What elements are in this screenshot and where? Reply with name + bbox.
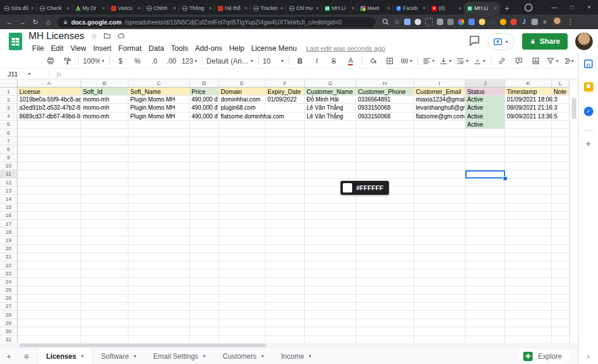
row-header-14[interactable]: 14 [0,195,18,203]
cell-J3[interactable]: Active [465,104,505,112]
cell-G16[interactable] [305,212,356,220]
row-header-4[interactable]: 4 [0,113,18,121]
row-header-15[interactable]: 15 [0,204,18,212]
increase-decimals-button[interactable]: .00 [163,55,180,68]
browser-tab[interactable]: Vietco× [108,2,144,15]
cell-H9[interactable] [356,154,414,162]
cell-A21[interactable] [18,253,81,261]
cell-L10[interactable] [552,162,569,170]
insert-chart-icon[interactable] [527,55,544,68]
cell-I6[interactable] [414,129,465,137]
cell-D13[interactable] [190,187,219,195]
cell-I16[interactable] [414,212,465,220]
cell-D30[interactable] [190,327,219,335]
cell-A14[interactable] [18,195,81,203]
cell-E14[interactable] [219,195,266,203]
cell-L14[interactable] [552,195,569,203]
cell-D15[interactable] [190,204,219,212]
cell-L27[interactable] [552,303,569,311]
cell-D7[interactable] [190,137,219,145]
cell-F13[interactable] [266,187,305,195]
cell-G25[interactable] [305,286,356,295]
cell-I30[interactable] [414,327,465,335]
extension-icon[interactable] [425,18,433,26]
home-icon[interactable]: ⌂ [42,18,54,26]
borders-icon[interactable] [381,55,398,68]
sheets-logo-icon[interactable] [9,33,22,50]
cell-I18[interactable] [414,228,465,236]
cell-A27[interactable] [18,303,81,311]
redo-icon[interactable] [25,55,42,68]
create-filter-icon[interactable]: ▼ [544,55,561,68]
dropdown-arrow-icon[interactable]: ▼ [465,59,470,63]
cell-D23[interactable] [190,270,219,278]
column-header-K[interactable]: K [505,79,552,88]
column-header-J[interactable]: J [465,79,505,88]
row-header-16[interactable]: 16 [0,212,18,220]
calendar-icon[interactable]: 31 [584,60,593,68]
row-header-20[interactable]: 20 [0,245,18,253]
cell-K2[interactable]: 01/09/2021 18:06:3 [505,96,552,104]
cell-G11[interactable] [305,170,356,178]
cell-L11[interactable] [552,170,569,178]
star-document-icon[interactable]: ☆ [91,32,97,40]
cell-G27[interactable] [305,303,356,311]
sheet-tab-licenses[interactable]: Licenses▼ [37,348,93,364]
cell-B18[interactable] [81,228,128,236]
tab-close-icon[interactable]: × [102,5,105,11]
cell-G1[interactable]: Customer_Name [305,88,356,96]
fill-handle[interactable] [503,176,507,181]
extension-icon[interactable] [415,19,421,25]
cell-L19[interactable] [552,236,569,244]
cell-F31[interactable] [266,336,305,343]
tab-close-icon[interactable]: × [209,5,212,11]
cell-E9[interactable] [219,154,266,162]
cell-C19[interactable] [128,236,190,244]
browser-tab[interactable]: Check× [37,2,72,15]
cell-A22[interactable] [18,261,81,270]
sheet-tab-menu-icon[interactable]: ▼ [260,354,265,358]
extension-icon[interactable] [500,19,506,25]
cell-C14[interactable] [128,195,190,203]
browser-tab[interactable]: Sửa đổ× [1,2,37,15]
cell-G5[interactable] [305,121,356,129]
cell-F9[interactable] [266,154,305,162]
cell-A8[interactable] [18,145,81,153]
cell-D29[interactable] [190,319,219,327]
row-header-12[interactable]: 12 [0,178,18,187]
minimize-button[interactable]: — [545,0,563,15]
browser-tab[interactable]: (8)× [429,2,464,15]
cell-D20[interactable] [190,245,219,253]
cell-K20[interactable] [505,245,552,253]
cell-H18[interactable] [356,228,414,236]
cell-L8[interactable] [552,145,569,153]
cell-J17[interactable] [465,220,505,228]
row-header-26[interactable]: 26 [0,295,18,303]
selected-cell-outline[interactable] [465,170,505,178]
cell-B4[interactable]: momo-mh [81,113,128,121]
cell-K17[interactable] [505,220,552,228]
bookmark-star-icon[interactable]: ☆ [394,18,400,26]
row-header-18[interactable]: 18 [0,228,18,236]
cell-F5[interactable] [266,121,305,129]
cell-K22[interactable] [505,261,552,270]
cell-A31[interactable] [18,336,81,343]
fill-color-icon[interactable] [364,55,381,68]
cell-E25[interactable] [219,286,266,295]
cell-G14[interactable] [305,195,356,203]
cell-A4[interactable]: 8689cd37-db87-49bd-949a [18,113,81,121]
dropdown-arrow-icon[interactable]: ▼ [250,59,254,63]
cell-H1[interactable]: Customer_Phone [356,88,414,96]
cell-E3[interactable]: plugin68.com [219,104,266,112]
sheet-tab-software[interactable]: Software▼ [93,348,145,364]
cell-B14[interactable] [81,195,128,203]
cell-F25[interactable] [266,286,305,295]
cell-K15[interactable] [505,204,552,212]
cell-I8[interactable] [414,145,465,153]
vertical-scrollbar-thumb[interactable] [572,98,576,119]
cell-B24[interactable] [81,278,128,286]
cell-D2[interactable]: 490,000 đ [190,96,219,104]
cell-A19[interactable] [18,236,81,244]
cell-E7[interactable] [219,137,266,145]
tab-close-icon[interactable]: × [138,5,141,11]
